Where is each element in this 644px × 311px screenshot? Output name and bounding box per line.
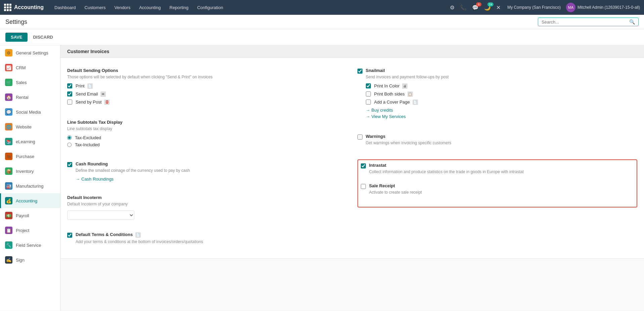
sale-receipt-content: Sale Receipt Activate to create sale rec…: [369, 183, 422, 199]
moon-icon[interactable]: 🌙 24: [483, 3, 492, 12]
default-terms-title: Default Terms & Conditions 📄: [76, 232, 203, 238]
cash-rounding-title: Cash Rounding: [76, 161, 190, 166]
app-name: Accounting: [14, 4, 44, 10]
sidebar-item-inventory[interactable]: 📦 Inventory: [0, 164, 60, 179]
intrastat-checkbox[interactable]: [361, 163, 366, 168]
sidebar-item-payroll[interactable]: 💵 Payroll: [0, 208, 60, 223]
phone-icon[interactable]: 📞: [459, 3, 468, 12]
line-subtotals-group: Line Subtotals Tax Display Line subtotal…: [67, 116, 347, 153]
default-terms-content: Default Terms & Conditions 📄 Add your te…: [76, 232, 203, 248]
sidebar-item-general[interactable]: ⚙ General Settings: [0, 45, 60, 60]
default-sending-title: Default Sending Options: [67, 68, 347, 73]
sidebar-label-purchase: Purchase: [16, 154, 34, 159]
sidebar-item-purchase[interactable]: 🛍 Purchase: [0, 149, 60, 164]
print-small-icon: 📄: [87, 83, 93, 89]
nav-dashboard[interactable]: Dashboard: [50, 3, 80, 12]
sign-icon: ✍: [5, 256, 12, 264]
nav-vendors[interactable]: Vendors: [110, 3, 134, 12]
sidebar-label-general: General Settings: [16, 50, 48, 55]
cash-rounding-checkbox[interactable]: [67, 162, 72, 167]
sale-receipt-checkbox[interactable]: [361, 184, 366, 189]
print-both-row: Print Both sides 📋: [366, 91, 449, 97]
default-sending-options-group: Default Sending Options Those options wi…: [67, 65, 347, 111]
save-button[interactable]: SAVE: [5, 33, 28, 42]
sale-receipt-group: Sale Receipt Activate to create sale rec…: [361, 183, 634, 199]
app-logo[interactable]: Accounting: [4, 4, 44, 11]
sidebar-item-fieldservice[interactable]: 🔧 Field Service: [0, 238, 60, 252]
cash-roundings-link[interactable]: Cash Roundings: [76, 177, 190, 182]
highlighted-section: Intrastat Collect information and produc…: [357, 159, 638, 208]
close-icon[interactable]: ✕: [495, 3, 502, 12]
left-column: Default Sending Options Those options wi…: [67, 65, 347, 251]
print-both-checkbox[interactable]: [366, 91, 371, 96]
user-menu[interactable]: MA Mitchell Admin (12639017-15-0-all): [566, 3, 640, 12]
tax-excluded-radio[interactable]: [67, 135, 72, 140]
chat-icon[interactable]: 💬 6: [471, 3, 480, 12]
intrastat-desc: Collect information and produce statisti…: [369, 169, 524, 175]
print-option-row: Print 📄: [67, 83, 347, 89]
snailmail-header-row: Snailmail Send invoices and payment foll…: [357, 68, 638, 120]
section-body: Default Sending Options Those options wi…: [60, 58, 644, 259]
settings-icon[interactable]: ⚙: [448, 3, 456, 12]
search-icon: 🔍: [629, 19, 635, 25]
sidebar-item-sales[interactable]: 🛒 Sales: [0, 75, 60, 90]
warnings-row: Warnings Get warnings when invoicing spe…: [357, 134, 638, 149]
sidebar-item-website[interactable]: 🌐 Website: [0, 119, 60, 134]
snailmail-group: Snailmail Send invoices and payment foll…: [357, 65, 638, 124]
sidebar-item-accounting[interactable]: 💰 Accounting: [0, 193, 60, 208]
print-color-checkbox[interactable]: [366, 83, 371, 88]
accounting-icon: 💰: [5, 197, 12, 204]
elearning-icon: 📚: [5, 138, 12, 145]
sidebar-label-rental: Rental: [16, 95, 29, 100]
discard-button[interactable]: DISCARD: [30, 33, 55, 42]
print-checkbox[interactable]: [67, 83, 72, 88]
warnings-content: Warnings Get warnings when invoicing spe…: [366, 134, 452, 149]
sidebar-item-crm[interactable]: 📈 CRM: [0, 60, 60, 75]
search-input[interactable]: [542, 20, 629, 25]
sale-receipt-row: Sale Receipt Activate to create sale rec…: [361, 183, 634, 199]
sub-header: Settings 🔍: [0, 15, 644, 29]
print-color-row: Print In Color 🖨: [366, 83, 449, 89]
page-title: Settings: [5, 18, 27, 26]
warnings-checkbox[interactable]: [357, 134, 362, 140]
nav-customers[interactable]: Customers: [81, 3, 110, 12]
default-terms-group: Default Terms & Conditions 📄 Add your te…: [67, 229, 347, 251]
payroll-icon: 💵: [5, 212, 12, 219]
nav-accounting[interactable]: Accounting: [135, 3, 165, 12]
warnings-group: Warnings Get warnings when invoicing spe…: [357, 130, 638, 153]
sidebar-label-payroll: Payroll: [16, 213, 29, 218]
sidebar-item-rental[interactable]: 🏠 Rental: [0, 90, 60, 105]
snailmail-main-checkbox[interactable]: [357, 69, 362, 74]
sidebar-item-social[interactable]: 💬 Social Media: [0, 105, 60, 119]
warnings-desc: Get warnings when invoicing specific cus…: [366, 140, 452, 146]
sale-receipt-title: Sale Receipt: [369, 183, 422, 188]
sidebar-item-manufacturing[interactable]: 🏭 Manufacturing: [0, 179, 60, 193]
color-small-icon: 🖨: [402, 83, 407, 89]
search-bar[interactable]: 🔍: [538, 17, 639, 26]
sidebar-item-project[interactable]: 📋 Project: [0, 223, 60, 238]
sidebar-item-sign[interactable]: ✍ Sign: [0, 252, 60, 267]
both-small-icon: 📋: [407, 91, 413, 97]
intrastat-group: Intrastat Collect information and produc…: [361, 163, 634, 178]
send-post-checkbox[interactable]: [67, 100, 72, 105]
sidebar-label-sign: Sign: [16, 258, 25, 263]
nav-configuration[interactable]: Configuration: [193, 3, 227, 12]
default-terms-checkbox[interactable]: [67, 233, 72, 238]
send-post-label: Send by Post 📮: [76, 100, 110, 105]
view-services-link[interactable]: View My Services: [366, 114, 449, 119]
incoterm-select[interactable]: [67, 210, 134, 220]
inventory-icon: 📦: [5, 167, 12, 175]
send-email-checkbox[interactable]: [67, 91, 72, 96]
nav-reporting[interactable]: Reporting: [166, 3, 192, 12]
tax-included-radio[interactable]: [67, 143, 72, 147]
cash-rounding-content: Cash Rounding Define the smallest coinag…: [76, 161, 190, 183]
sidebar-label-manufacturing: Manufacturing: [16, 184, 43, 189]
company-name[interactable]: My Company (San Francisco): [505, 5, 563, 10]
cash-rounding-desc: Define the smallest coinage of the curre…: [76, 168, 190, 173]
snailmail-desc: Send invoices and payment follow-ups by …: [366, 74, 449, 80]
intrastat-row: Intrastat Collect information and produc…: [361, 163, 634, 178]
sidebar-item-elearning[interactable]: 📚 eLearning: [0, 134, 60, 149]
buy-credits-link[interactable]: Buy credits: [366, 108, 449, 113]
cover-page-checkbox[interactable]: [366, 100, 371, 105]
sidebar-label-elearning: eLearning: [16, 139, 35, 144]
